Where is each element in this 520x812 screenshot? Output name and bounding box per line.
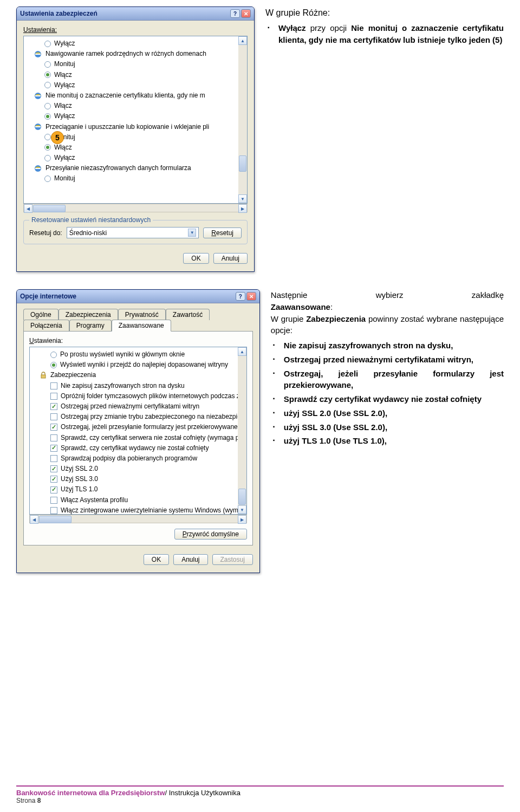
tree-item[interactable]: Sprawdź, czy certyfikat serwera nie zost… <box>34 433 244 443</box>
checkbox-icon[interactable] <box>50 497 57 504</box>
advanced-settings-tree[interactable]: Po prostu wyświetl wyniki w głównym okni… <box>29 347 247 515</box>
cancel-button[interactable]: Anuluj <box>173 554 207 565</box>
tree-item[interactable]: Wyłącz <box>28 153 245 163</box>
tree-item: Nie monituj o zaznaczenie certyfikatu kl… <box>28 90 245 101</box>
checkbox-icon[interactable] <box>50 455 57 462</box>
tab-prywatność[interactable]: Prywatność <box>118 309 166 320</box>
checkbox-icon[interactable] <box>50 434 57 441</box>
radio-icon[interactable] <box>44 176 51 182</box>
tree-item[interactable]: Wyłącz <box>28 80 245 90</box>
horizontal-scrollbar[interactable]: ◀ ▶ <box>23 204 248 212</box>
close-button[interactable]: ✕ <box>246 292 256 301</box>
reset-button[interactable]: Resetuj <box>203 228 242 238</box>
vertical-scrollbar[interactable]: ▲ ▼ <box>238 36 247 203</box>
radio-icon[interactable] <box>44 155 51 161</box>
settings-label: Ustawienia: <box>23 26 57 34</box>
cancel-button[interactable]: Anuluj <box>213 253 248 264</box>
tree-item[interactable]: Sprawdź, czy certyfikat wydawcy nie zost… <box>34 443 244 453</box>
tree-item[interactable]: Włącz <box>28 142 245 153</box>
radio-icon[interactable] <box>44 41 51 47</box>
scroll-down-icon[interactable]: ▼ <box>238 194 247 203</box>
checkbox-icon[interactable] <box>50 403 57 410</box>
tree-item[interactable]: Użyj TLS 1.0 <box>34 484 244 495</box>
dialog-titlebar[interactable]: Ustawienia zabezpieczeń ? ✕ <box>17 7 254 21</box>
tree-item[interactable]: Po prostu wyświetl wyniki w głównym okni… <box>34 349 244 360</box>
tree-item[interactable]: Włącz Asystenta profilu <box>34 495 244 505</box>
scroll-thumb[interactable] <box>239 155 246 172</box>
radio-icon[interactable] <box>44 144 51 151</box>
radio-icon[interactable] <box>44 134 51 140</box>
checkbox-icon[interactable] <box>50 413 57 420</box>
checkbox-icon[interactable] <box>50 424 57 431</box>
help-button[interactable]: ? <box>230 9 240 18</box>
footer-suffix: / Instrukcja Użytkownika <box>165 789 240 797</box>
tree-item[interactable]: Włącz zintegrowane uwierzytelnianie syst… <box>34 505 244 515</box>
tree-item[interactable]: Użyj SSL 3.0 <box>34 474 244 484</box>
tree-item[interactable]: Ostrzegaj, jeżeli przesyłanie formularzy… <box>34 422 244 432</box>
radio-icon[interactable] <box>44 113 51 120</box>
reset-level-value: Średnio-niski <box>69 229 107 237</box>
scroll-down-icon[interactable]: ▼ <box>238 505 246 514</box>
tab-zawartość[interactable]: Zawartość <box>166 309 210 320</box>
checkbox-icon[interactable] <box>50 486 57 493</box>
tab-zabezpieczenia[interactable]: Zabezpieczenia <box>58 309 118 320</box>
ok-button[interactable]: OK <box>144 554 169 565</box>
tree-item[interactable]: Wyłącz <box>28 111 245 121</box>
radio-icon[interactable] <box>50 352 57 358</box>
hscroll-thumb[interactable] <box>39 516 72 523</box>
tree-item-label: Wyłącz <box>54 80 75 90</box>
checkbox-icon[interactable] <box>50 382 57 389</box>
tree-item[interactable]: Użyj SSL 2.0 <box>34 464 244 474</box>
checkbox-icon[interactable] <box>50 476 57 483</box>
tree-item[interactable]: Ostrzegaj przed nieważnymi certyfikatami… <box>34 401 244 412</box>
restore-defaults-button[interactable]: Przywróć domyślne <box>174 529 247 540</box>
radio-icon[interactable] <box>50 362 57 368</box>
tab-połączenia[interactable]: Połączenia <box>23 320 69 332</box>
tree-item[interactable]: Monituj <box>28 59 245 69</box>
callout-badge-5: 5 <box>51 131 64 144</box>
scroll-right-icon[interactable]: ▶ <box>238 515 246 524</box>
tree-item-label: Wyświetl wyniki i przejdź do najlepiej d… <box>60 360 228 370</box>
scroll-thumb[interactable] <box>238 489 246 505</box>
scroll-right-icon[interactable]: ▶ <box>238 204 247 213</box>
scroll-up-icon[interactable]: ▲ <box>238 36 247 45</box>
hscroll-thumb[interactable] <box>33 205 66 212</box>
help-button[interactable]: ? <box>236 292 245 301</box>
tree-item[interactable]: Monituj <box>28 173 245 184</box>
scroll-left-icon[interactable]: ◀ <box>30 515 38 524</box>
ok-button[interactable]: OK <box>183 253 209 264</box>
tab-programy[interactable]: Programy <box>69 320 112 332</box>
radio-icon[interactable] <box>44 82 51 88</box>
dialog-titlebar[interactable]: Opcje internetowe ? ✕ <box>17 290 259 303</box>
horizontal-scrollbar[interactable]: ◀ ▶ <box>29 515 247 523</box>
chevron-down-icon: ▼ <box>188 229 196 237</box>
instruction-block-1: W grupie Różne: Wyłącz przy opcji Nie mo… <box>265 7 504 272</box>
advanced-tab-panel: Ustawienia: Po prostu wyświetl wyniki w … <box>23 331 253 545</box>
tree-item[interactable]: Opróżnij folder tymczasowych plików inte… <box>34 391 244 401</box>
checkbox-icon[interactable] <box>50 393 57 400</box>
tree-item[interactable]: Sprawdzaj podpisy dla pobieranych progra… <box>34 453 244 464</box>
radio-icon[interactable] <box>44 103 51 109</box>
lock-icon <box>40 372 47 379</box>
scroll-up-icon[interactable]: ▲ <box>238 347 246 356</box>
checkbox-icon[interactable] <box>50 507 57 514</box>
scroll-left-icon[interactable]: ◀ <box>24 204 32 213</box>
radio-icon[interactable] <box>44 61 51 68</box>
settings-tree[interactable]: WyłączNawigowanie ramek podrzędnych w ró… <box>23 36 248 204</box>
tree-item[interactable]: Włącz <box>28 101 245 111</box>
close-button[interactable]: ✕ <box>241 9 251 18</box>
reset-level-dropdown[interactable]: Średnio-niski ▼ <box>67 227 199 238</box>
tab-zaawansowane[interactable]: Zaawansowane <box>112 320 171 332</box>
checkbox-icon[interactable] <box>50 465 57 472</box>
radio-icon[interactable] <box>44 72 51 78</box>
tree-item[interactable]: Nie zapisuj zaszyfrowanych stron na dysk… <box>34 381 244 391</box>
tree-item[interactable]: Włącz <box>28 70 245 80</box>
svg-rect-1 <box>35 54 41 55</box>
apply-button[interactable]: Zastosuj <box>212 554 253 565</box>
vertical-scrollbar[interactable]: ▲ ▼ <box>238 347 246 514</box>
checkbox-icon[interactable] <box>50 445 57 452</box>
tab-ogólne[interactable]: Ogólne <box>23 309 58 320</box>
tree-item[interactable]: Wyświetl wyniki i przejdź do najlepiej d… <box>34 360 244 370</box>
tree-item[interactable]: Ostrzegaj przy zmianie trybu zabezpieczo… <box>34 412 244 422</box>
tree-item[interactable]: Wyłącz <box>28 38 245 49</box>
